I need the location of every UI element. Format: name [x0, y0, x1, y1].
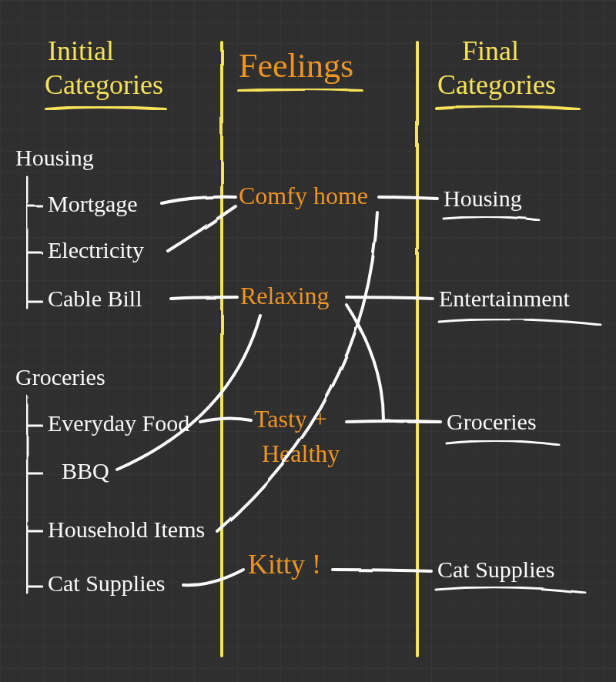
feeling-tasty: Tasty + — [254, 405, 327, 433]
feeling-relaxing: Relaxing — [240, 282, 330, 309]
header-final-line2: Categories — [437, 69, 556, 100]
group-title-groceries: Groceries — [15, 364, 105, 389]
item-mortgage: Mortgage — [48, 191, 138, 216]
header-feelings: Feelings — [239, 47, 362, 91]
svg-text:Housing: Housing — [444, 186, 522, 211]
feeling-comfy-home: Comfy home — [239, 182, 368, 209]
group-title-housing: Housing — [15, 145, 94, 170]
item-bbq: BBQ — [62, 458, 109, 483]
header-initial-line2: Categories — [45, 69, 163, 100]
svg-text:Groceries: Groceries — [447, 409, 537, 434]
svg-text:Entertainment: Entertainment — [439, 286, 571, 311]
item-everyday-food: Everyday Food — [48, 410, 189, 436]
feeling-kitty: Kitty ! — [248, 549, 321, 580]
item-electricity: Electricity — [48, 237, 144, 262]
feeling-healthy: Healthy — [262, 440, 340, 467]
item-household-items: Household Items — [48, 517, 205, 542]
header-final-line1: Final — [462, 35, 519, 66]
item-cable-bill: Cable Bill — [48, 286, 142, 311]
item-cat-supplies: Cat Supplies — [48, 570, 166, 596]
header-feelings-text: Feelings — [239, 47, 353, 85]
header-initial-line1: Initial — [48, 35, 114, 66]
svg-text:Cat Supplies: Cat Supplies — [437, 557, 555, 582]
